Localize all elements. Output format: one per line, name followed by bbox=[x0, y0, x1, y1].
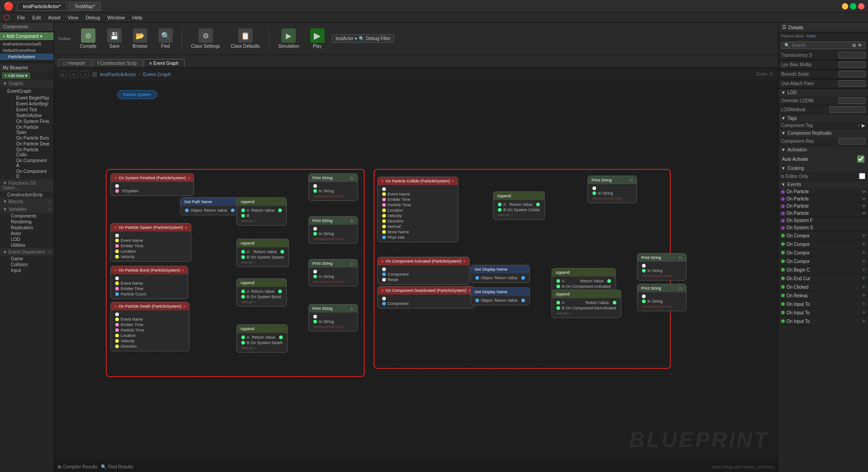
node-print-1[interactable]: Print String ▷ In String Development Onl… bbox=[308, 173, 358, 201]
debug-filter[interactable]: testActor ▾ 🔍 Debug Filter bbox=[332, 34, 395, 43]
node-print-3[interactable]: Print String ▷ In String Development Onl… bbox=[308, 259, 358, 286]
browse-button[interactable]: 📂 Browse bbox=[129, 27, 151, 50]
tab-event-graph[interactable]: ≡ Event Graph bbox=[144, 59, 185, 67]
play-button[interactable]: ▶ Play bbox=[307, 27, 328, 50]
add-pin[interactable]: Add pin + bbox=[241, 346, 257, 350]
var-utilities[interactable]: Utilities bbox=[4, 242, 54, 248]
prop-input[interactable] bbox=[838, 80, 865, 87]
breadcrumb-forward[interactable]: → bbox=[80, 71, 89, 77]
save-button[interactable]: 💾 Save bbox=[104, 27, 125, 50]
prop-input[interactable] bbox=[838, 52, 865, 59]
events-section-header[interactable]: ▼ Events bbox=[778, 181, 868, 188]
node-on-particle-collide[interactable]: ● On Particle Collide (ParticleSystem) ●… bbox=[377, 177, 458, 242]
dispatcher-input[interactable]: Input bbox=[4, 268, 54, 273]
on-particle-burs[interactable]: On Particle Burs bbox=[9, 135, 54, 141]
cooking-section-header[interactable]: ▼ Cooking bbox=[778, 164, 868, 172]
node-print-6[interactable]: Print String ▷ In String Development Onl… bbox=[637, 253, 687, 281]
minimize-button[interactable] bbox=[842, 3, 848, 9]
node-append-7[interactable]: Append AReturn Value B On Component DeAc… bbox=[552, 290, 621, 318]
event-on-input-to-3[interactable]: On Input To + bbox=[778, 317, 868, 326]
node-on-system-finished[interactable]: ● On System Finished (ParticleSystem) ● … bbox=[110, 173, 194, 196]
event-on-compor-1[interactable]: On Compor + bbox=[778, 231, 868, 240]
dispatchers-add-icon[interactable]: + bbox=[48, 250, 51, 254]
event-plus[interactable]: + bbox=[862, 309, 865, 316]
node-append-1[interactable]: Append AReturn Value B Add pin + bbox=[236, 197, 287, 226]
compile-button[interactable]: ⚙ Compile bbox=[77, 27, 100, 50]
menu-view[interactable]: View bbox=[68, 15, 78, 20]
on-system-finis[interactable]: On System Finis bbox=[9, 118, 54, 124]
event-plus[interactable]: + bbox=[862, 292, 865, 299]
node-get-display-name-2[interactable]: Get Display Name ObjectReturn Value bbox=[470, 287, 530, 305]
tab-particle-actor[interactable]: testParticleActor* bbox=[17, 2, 67, 11]
add-tag-icon[interactable]: + bbox=[857, 123, 860, 128]
breadcrumb-back[interactable]: ← bbox=[69, 71, 78, 77]
eye-icon[interactable]: 👁 bbox=[858, 43, 862, 48]
tab-test-map[interactable]: TestMap* bbox=[68, 2, 101, 11]
node-print-4[interactable]: Print String ▷ In String Development Onl… bbox=[308, 304, 358, 331]
prop-input[interactable] bbox=[838, 97, 865, 104]
event-on-input-to-2[interactable]: On Input To + bbox=[778, 309, 868, 317]
macros-add-icon[interactable]: + bbox=[48, 199, 51, 204]
construction-scrip[interactable]: ConstructionScrip bbox=[0, 192, 54, 198]
event-graph-item[interactable]: EventGraph bbox=[0, 88, 54, 94]
particle-system-node[interactable]: Particle System bbox=[117, 90, 157, 99]
event-on-particle-1[interactable]: On Particle Vi bbox=[778, 188, 868, 195]
class-defaults-button[interactable]: 📋 Class Defaults bbox=[227, 27, 263, 50]
add-pin[interactable]: Add pin + bbox=[241, 300, 257, 304]
event-plus[interactable]: + bbox=[862, 258, 865, 264]
tab-viewport[interactable]: □ Viewport bbox=[58, 59, 91, 67]
close-button[interactable] bbox=[858, 3, 864, 9]
var-actor[interactable]: Actor bbox=[4, 231, 54, 236]
on-particle-collic[interactable]: On Particle Collic bbox=[9, 147, 54, 158]
auto-activate-checkbox[interactable] bbox=[857, 155, 864, 163]
add-pin[interactable]: Add pin + bbox=[241, 219, 257, 223]
node-get-display-name-1[interactable]: Get Display Name ObjectReturn Value bbox=[470, 265, 530, 283]
on-component-a[interactable]: On Component A bbox=[9, 158, 54, 168]
compiler-results[interactable]: ⊠ Compiler Results bbox=[58, 464, 97, 469]
node-on-particle-spawn[interactable]: ● On Particle Spawn (ParticleSystem) ● E… bbox=[110, 223, 191, 262]
tab-construction[interactable]: f Construction Scrip bbox=[92, 59, 143, 67]
node-print-2[interactable]: Print String ▷ In String Development Onl… bbox=[308, 216, 358, 244]
on-particle-deat[interactable]: On Particle Deat bbox=[9, 141, 54, 147]
menu-help[interactable]: Help bbox=[132, 15, 142, 20]
find-button[interactable]: 🔍 Find bbox=[155, 27, 176, 50]
node-print-5[interactable]: Print String ▷ In String Development Onl… bbox=[588, 176, 637, 203]
node-print-7[interactable]: Print String ▷ In String Development Onl… bbox=[637, 284, 687, 311]
node-on-component-deactivated[interactable]: ● On Component Deactivated (ParticleSyst… bbox=[377, 286, 475, 309]
event-on-compor-4[interactable]: On Compor + bbox=[778, 257, 868, 266]
switch-active[interactable]: SwitchActive bbox=[9, 113, 54, 118]
dispatcher-game[interactable]: Game bbox=[4, 256, 54, 262]
event-on-system-s[interactable]: On System S bbox=[778, 224, 868, 231]
simulation-button[interactable]: ▶ Simulation bbox=[275, 27, 303, 50]
var-replication[interactable]: Replication bbox=[4, 225, 54, 231]
add-pin[interactable]: Add pin + bbox=[556, 311, 572, 315]
prop-input[interactable] bbox=[838, 61, 865, 68]
event-begin-play[interactable]: Event BeginPlay bbox=[9, 95, 54, 101]
event-on-particle-3[interactable]: On Particle Vi bbox=[778, 203, 868, 210]
parent-class-value[interactable]: Actor bbox=[806, 34, 816, 38]
event-plus[interactable]: + bbox=[862, 301, 865, 307]
event-plus[interactable]: + bbox=[862, 284, 865, 290]
tree-item-particle-system[interactable]: ParticleSystem bbox=[0, 54, 54, 60]
tree-item-scene-root[interactable]: DefaultSceneRoot bbox=[0, 47, 54, 54]
event-plus[interactable]: + bbox=[862, 318, 865, 324]
event-plus[interactable]: + bbox=[862, 275, 865, 281]
variables-section[interactable]: ▼ Variables + bbox=[0, 205, 54, 213]
event-on-system-f[interactable]: On System F bbox=[778, 217, 868, 224]
search-input[interactable] bbox=[791, 43, 850, 48]
menu-edit[interactable]: Edit bbox=[32, 15, 41, 20]
on-particle-spav[interactable]: On Particle Spav bbox=[9, 124, 54, 135]
node-append-5[interactable]: Append AReturn Value B On System Colide … bbox=[493, 191, 545, 220]
maximize-button[interactable] bbox=[850, 3, 856, 9]
view-icon[interactable]: ⊞ bbox=[852, 43, 856, 48]
breadcrumb-home[interactable]: ⌂ bbox=[59, 71, 67, 77]
node-append-2[interactable]: Append AReturn Value B On System Spawn A… bbox=[236, 239, 289, 267]
on-component-d[interactable]: On Component D bbox=[9, 168, 54, 179]
blueprint-canvas[interactable]: Particle System ● On System Finished (Pa… bbox=[54, 81, 778, 461]
event-on-particle-2[interactable]: On Particle Vi bbox=[778, 195, 868, 203]
prop-input[interactable] bbox=[838, 138, 865, 145]
node-on-component-activated[interactable]: ● On Component Activated (ParticleSystem… bbox=[377, 257, 470, 285]
add-pin[interactable]: Add pin + bbox=[498, 213, 513, 217]
var-components[interactable]: Components bbox=[4, 213, 54, 219]
event-plus[interactable]: + bbox=[862, 232, 865, 239]
